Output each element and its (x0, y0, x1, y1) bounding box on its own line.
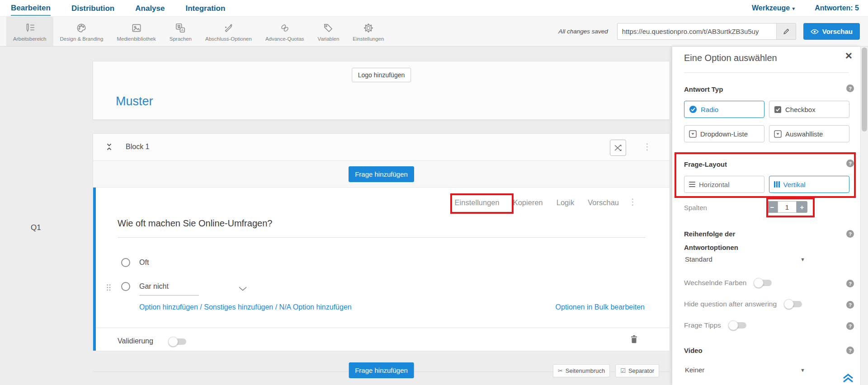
responses-count[interactable]: Antworten: 5 (815, 4, 859, 12)
block-title[interactable]: Block 1 (126, 143, 149, 151)
chain-links-icon (279, 21, 291, 34)
columns-decrement-button[interactable]: − (767, 201, 778, 213)
preview-button[interactable]: Vorschau (803, 23, 860, 40)
toolbar-item-medienbibliothek[interactable]: Medienbibliothek (110, 17, 162, 46)
help-icon[interactable]: ? (846, 301, 854, 309)
survey-title[interactable]: Muster (116, 94, 153, 108)
layout-vertical-button[interactable]: Vertikal (769, 176, 849, 193)
toolbar-item-einstellungen[interactable]: Einstellungen (346, 17, 391, 46)
collapse-block-icon[interactable] (106, 143, 113, 153)
add-logo-button[interactable]: Logo hinzufügen (352, 68, 411, 82)
toolbar-item-label: Variablen (318, 36, 340, 42)
scrollbar-thumb[interactable] (862, 47, 867, 131)
separator-label: Separator (628, 367, 654, 374)
columns-value[interactable]: 1 (778, 201, 797, 213)
checkbox-icon: ☑ (620, 367, 626, 374)
nav-tab-distribution[interactable]: Distribution (71, 1, 114, 15)
toolbar-item-label: Design & Branding (60, 36, 104, 42)
answer-type-checkbox[interactable]: Checkbox (769, 101, 849, 118)
hide-question-label: Hide question after answering (684, 300, 777, 308)
question-tab-kopieren[interactable]: Kopieren (513, 198, 543, 207)
add-option-link[interactable]: Option hinzufügen (139, 303, 198, 311)
toolbar-item-variablen[interactable]: Variablen (311, 17, 346, 46)
bulk-edit-link[interactable]: Optionen in Bulk bearbeiten (556, 303, 645, 311)
columns-increment-button[interactable]: + (797, 201, 807, 213)
toolbar-item-design-branding[interactable]: Design & Branding (53, 17, 110, 46)
help-icon[interactable]: ? (846, 322, 854, 330)
alternate-colors-toggle[interactable] (755, 280, 772, 286)
validation-toggle[interactable] (169, 338, 186, 345)
option-chevron-down-icon[interactable] (239, 285, 247, 293)
block-menu-icon[interactable]: ⋮ (643, 142, 651, 151)
add-question-button-top[interactable]: Frage hinzufügen (349, 166, 414, 182)
survey-url-input[interactable] (618, 23, 776, 39)
languages-icon: A (175, 21, 186, 34)
scroll-to-top-icon[interactable] (842, 373, 854, 385)
checkbox-filled-icon (774, 106, 782, 113)
panel-scrollbar[interactable] (860, 47, 868, 385)
horizontal-bars-icon (689, 182, 695, 188)
question-tab-logik[interactable]: Logik (557, 198, 574, 207)
toolbar-item-label: Medienbibliothek (117, 36, 156, 42)
add-question-button-bottom[interactable]: Frage hinzufügen (349, 362, 414, 378)
radio-circle-icon[interactable] (121, 282, 130, 291)
survey-header-card: Logo hinzufügen Muster (93, 61, 670, 120)
toolbar-item-advance-quotas[interactable]: Advance-Quotas (259, 17, 311, 46)
edit-url-button[interactable] (776, 23, 796, 39)
add-na-option-link[interactable]: N/A Option hinzufügen (279, 303, 352, 311)
caret-down-icon: ▼ (800, 257, 805, 262)
help-icon[interactable]: ? (846, 347, 854, 354)
nav-tab-integration[interactable]: Integration (185, 1, 225, 15)
top-navigation-bar: Bearbeiten Distribution Analyse Integrat… (0, 0, 868, 16)
columns-label: Spalten (684, 204, 707, 211)
answer-order-select[interactable]: Standard ▼ (685, 255, 805, 263)
question-tab-einstellungen[interactable]: Einstellungen (455, 198, 500, 207)
hide-question-toggle[interactable] (785, 301, 802, 307)
toolbar-item-arbeitsbereich[interactable]: Arbeitsbereich (6, 17, 53, 46)
toolbar-item-abschluss-optionen[interactable]: Abschluss-Optionen (198, 17, 259, 46)
answer-option-label[interactable]: Gar nicht (139, 282, 169, 291)
question-layout-label: Frage-Layout (684, 160, 727, 168)
help-icon[interactable]: ? (846, 280, 854, 287)
drag-handle-icon[interactable] (106, 284, 111, 293)
toolbar-item-sprachen[interactable]: A Sprachen (163, 17, 198, 46)
randomize-block-button[interactable] (610, 140, 626, 156)
add-other-link[interactable]: Sonstiges hinzufügen (204, 303, 273, 311)
survey-url-box (617, 23, 796, 40)
separator-button[interactable]: ☑ Separator (615, 364, 659, 377)
answer-type-label: Antwort Typ (684, 85, 723, 93)
answer-type-dropdown[interactable]: Dropdown-Liste (684, 125, 764, 142)
question-text[interactable]: Wie oft machen Sie Online-Umfragen? (118, 218, 272, 229)
werkzeuge-menu[interactable]: Werkzeuge▾ (752, 4, 795, 12)
video-select[interactable]: Keiner ▼ (685, 366, 805, 374)
answer-type-radio[interactable]: Radio (684, 101, 764, 118)
help-icon[interactable]: ? (846, 230, 854, 238)
link-separator: / (200, 303, 204, 311)
question-menu-icon[interactable]: ⋮ (628, 197, 637, 206)
nav-tab-analyse[interactable]: Analyse (135, 1, 165, 15)
help-icon[interactable]: ? (846, 160, 854, 167)
vertical-bars-icon (774, 181, 780, 188)
help-icon[interactable]: ? (846, 85, 854, 92)
question-tab-vorschau[interactable]: Vorschau (588, 198, 619, 207)
answer-type-select-list[interactable]: Auswahlliste (769, 125, 849, 142)
scissors-icon: ✂ (558, 367, 563, 374)
toggle-knob (754, 278, 764, 288)
alternate-colors-row: Wechselnde Farben (684, 279, 854, 287)
question-hints-label: Frage Tipps (684, 321, 721, 329)
answer-type-option-label: Checkbox (785, 106, 816, 113)
block-card: Block 1 ⋮ Frage hinzufügen Einstellungen… (93, 133, 670, 350)
radio-circle-icon[interactable] (121, 258, 130, 267)
question-hints-toggle[interactable] (729, 322, 746, 329)
page-break-button[interactable]: ✂ Seitenumbruch (553, 364, 610, 377)
answer-option-label[interactable]: Oft (139, 258, 149, 267)
dropdown-box-icon (774, 130, 782, 138)
answer-type-option-label: Dropdown-Liste (700, 130, 748, 138)
toggle-knob (168, 337, 178, 347)
nav-tab-bearbeiten[interactable]: Bearbeiten (11, 1, 51, 16)
close-panel-icon[interactable]: × (845, 49, 852, 62)
media-library-icon (131, 21, 142, 34)
toolbar-item-label: Sprachen (170, 36, 192, 42)
layout-horizontal-button[interactable]: Horizontal (684, 176, 764, 193)
delete-question-icon[interactable] (630, 335, 638, 345)
